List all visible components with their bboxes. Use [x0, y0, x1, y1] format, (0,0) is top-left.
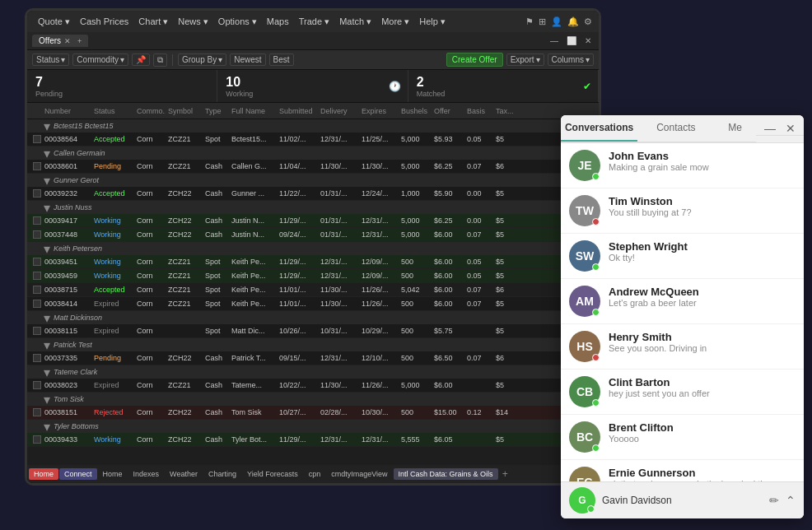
tab-me[interactable]: Me [714, 115, 756, 142]
row-checkbox[interactable] [33, 258, 41, 266]
table-row[interactable]: 00038715 Accepted Corn ZCZ21 Spot Keith … [27, 283, 599, 297]
chat-message-item[interactable]: BC Brent Clifton Yooooo [561, 415, 804, 460]
col-delivery-header[interactable]: Delivery [318, 107, 359, 115]
grid-icon[interactable]: ⊞ [539, 16, 546, 27]
gear-icon[interactable]: ⚙ [584, 16, 592, 27]
col-type-header[interactable]: Type [203, 107, 229, 115]
col-bushels-header[interactable]: Bushels [399, 107, 432, 115]
menu-trade[interactable]: Trade ▾ [295, 15, 334, 29]
row-checkbox[interactable] [33, 408, 41, 416]
table-row[interactable]: 00039417 Working Corn ZCH22 Cash Justin … [27, 214, 599, 228]
row-checkbox[interactable] [33, 272, 41, 280]
chat-minimize-icon[interactable]: — [761, 122, 779, 135]
col-basis-header[interactable]: Basis [464, 107, 493, 115]
newest-filter[interactable]: Newest [230, 53, 265, 66]
chat-message-item[interactable]: TW Tim Winston You still buying at 7? [561, 188, 804, 234]
col-symbol-header[interactable]: Symbol [166, 107, 203, 115]
table-row[interactable]: 00039433 Working Corn ZCH22 Cash Tyler B… [27, 433, 599, 447]
commodity-filter[interactable]: Commodity ▾ [72, 53, 128, 66]
export-button[interactable]: Export ▾ [506, 53, 544, 66]
menu-maps[interactable]: Maps [263, 15, 293, 28]
col-number-header[interactable]: Number [42, 107, 91, 115]
tab-contacts[interactable]: Contacts [637, 115, 714, 142]
table-row[interactable]: 00038115 Expired Corn Spot Matt Dic... 1… [27, 324, 599, 338]
tab-conversations[interactable]: Conversations [561, 115, 637, 142]
chat-name: Andrew McQueen [609, 286, 796, 298]
user-icon[interactable]: 👤 [551, 16, 562, 27]
col-offer-header[interactable]: Offer [432, 107, 464, 115]
tab-add-icon[interactable]: + [77, 37, 82, 45]
chat-message-item[interactable]: SW Stephen Wright Ok tty! [561, 234, 804, 279]
row-checkbox[interactable] [33, 300, 41, 308]
table-row[interactable]: 00038023 Expired Corn ZCZ21 Cash Tateme.… [27, 379, 599, 393]
menu-match[interactable]: Match ▾ [335, 15, 376, 29]
create-offer-button[interactable]: Create Offer [446, 53, 503, 67]
table-row[interactable]: 00037335 Pending Corn ZCH22 Cash Patrick… [27, 351, 599, 365]
menu-cash-prices[interactable]: Cash Prices [76, 15, 133, 28]
row-checkbox[interactable] [33, 354, 41, 362]
col-fullname-header[interactable]: Full Name [229, 107, 277, 115]
menu-news[interactable]: News ▾ [174, 15, 212, 29]
table-row[interactable]: 00039451 Working Corn ZCZ21 Spot Keith P… [27, 255, 599, 269]
col-submitted-header[interactable]: Submitted [277, 107, 318, 115]
pin-icon[interactable]: 📌 [132, 53, 150, 66]
bottom-tab-item[interactable]: cpn [304, 468, 326, 480]
bottom-tab-item[interactable]: Home [29, 468, 58, 480]
table-row[interactable]: 00038564 Accepted Corn ZCZ21 Spot Bctest… [27, 132, 599, 146]
col-tax-header[interactable]: Tax... [493, 107, 518, 115]
row-checkbox[interactable] [33, 230, 41, 239]
table-row[interactable]: 00039459 Working Corn ZCZ21 Spot Keith P… [27, 269, 599, 283]
tab-close-icon[interactable]: ✕ [64, 37, 71, 45]
bottom-tab-item[interactable]: Yield Forecasts [242, 468, 303, 480]
table-row[interactable]: 00038151 Rejected Corn ZCH22 Cash Tom Si… [27, 406, 599, 420]
menu-help[interactable]: Help ▾ [415, 15, 450, 29]
row-checkbox[interactable] [33, 435, 41, 444]
col-commo-header[interactable]: Commo... [134, 107, 166, 115]
row-checkbox[interactable] [33, 135, 41, 143]
chat-close-icon[interactable]: ✕ [782, 122, 799, 135]
table-row[interactable]: 00037448 Working Corn ZCH22 Cash Justin … [27, 228, 599, 242]
tab-close-window-icon[interactable]: ✕ [582, 35, 594, 46]
bottom-tab-item[interactable]: Weather [165, 468, 203, 480]
table-row[interactable]: 00038414 Expired Corn ZCZ21 Spot Keith P… [27, 297, 599, 311]
bottom-tab-item[interactable]: Indexes [128, 468, 165, 480]
bell-icon[interactable]: 🔔 [567, 16, 579, 27]
row-checkbox[interactable] [33, 381, 41, 389]
bottom-tab-item[interactable]: Intl Cash Data: Grains & Oils [394, 468, 498, 480]
tab-restore-icon[interactable]: ⬜ [564, 35, 579, 46]
col-status-header[interactable]: Status [91, 107, 134, 115]
expand-icon[interactable]: ⌃ [786, 494, 796, 507]
edit-icon[interactable]: ✏ [769, 494, 779, 507]
bottom-tab-item[interactable]: cmdtyImageView [326, 468, 392, 480]
table-row[interactable]: 00039232 Accepted Corn ZCH22 Cash Gunner… [27, 187, 599, 201]
menu-quote[interactable]: Quote ▾ [34, 15, 74, 29]
bottom-tab-item[interactable]: Connect [59, 468, 97, 480]
row-checkbox[interactable] [33, 286, 41, 294]
copy-icon[interactable]: ⧉ [153, 53, 167, 67]
columns-button[interactable]: Columns ▾ [548, 53, 594, 66]
row-checkbox[interactable] [33, 216, 41, 225]
chat-message-item[interactable]: JE John Evans Making a grain sale mow [561, 143, 804, 188]
chat-message-item[interactable]: CB Clint Barton hey just sent you an off… [561, 370, 804, 415]
tab-offers[interactable]: Offers ✕ + [32, 35, 88, 47]
add-tab-button[interactable]: + [499, 468, 511, 480]
menu-more[interactable]: More ▾ [377, 15, 413, 29]
table-row[interactable]: 00038601 Pending Corn ZCZ21 Cash Callen … [27, 160, 599, 174]
row-checkbox[interactable] [33, 189, 41, 198]
menu-options[interactable]: Options ▾ [214, 15, 261, 29]
row-checkbox[interactable] [33, 162, 41, 170]
tab-minimize-icon[interactable]: — [548, 35, 561, 46]
flag-icon[interactable]: ⚑ [525, 16, 534, 27]
bottom-tab-item[interactable]: Charting [203, 468, 241, 480]
bottom-tab-item[interactable]: Home [98, 468, 128, 480]
row-checkbox[interactable] [33, 327, 41, 335]
chat-message-item[interactable]: HS Henry Smith See you soon. Driving in [561, 324, 804, 370]
group-by-filter[interactable]: Group By ▾ [178, 53, 226, 66]
cell-type: Spot [203, 327, 229, 335]
chat-message-item[interactable]: AM Andrew McQueen Let's grab a beer late… [561, 279, 804, 324]
menu-chart[interactable]: Chart ▾ [134, 15, 172, 29]
status-filter[interactable]: Status ▾ [32, 53, 69, 66]
chat-message-item[interactable]: EG Ernie Gunnerson ok that makes sense. … [561, 460, 804, 481]
best-filter[interactable]: Best [269, 53, 294, 66]
col-expires-header[interactable]: Expires [359, 107, 399, 115]
